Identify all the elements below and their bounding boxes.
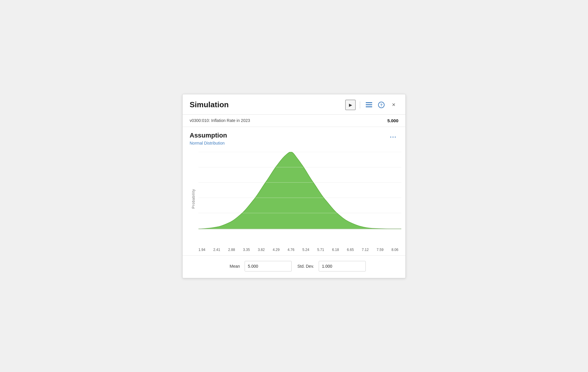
x-label-11: 7.12 xyxy=(362,248,369,252)
y-axis-label: Probability xyxy=(191,189,196,209)
help-icon: ? xyxy=(378,102,385,108)
svg-rect-2 xyxy=(366,106,372,107)
bell-curve-chart xyxy=(198,152,401,243)
close-button[interactable]: × xyxy=(389,100,398,110)
header-controls: ▶ ? × xyxy=(345,100,398,110)
menu-icon xyxy=(366,102,372,108)
more-options-button[interactable]: ... xyxy=(388,132,398,140)
panel-header: Simulation ▶ ? × xyxy=(183,94,405,115)
simulation-panel: Simulation ▶ ? × xyxy=(182,94,406,278)
variable-label: v0300:010: Inflation Rate in 2023 xyxy=(190,118,387,123)
x-axis-labels: 1.94 2.41 2.88 3.35 3.82 4.29 4.76 5.24 … xyxy=(183,246,405,253)
x-label-1: 2.41 xyxy=(213,248,220,252)
chart-svg-wrapper xyxy=(198,152,398,244)
panel-title: Simulation xyxy=(190,100,345,109)
distribution-label: Normal Distribution xyxy=(183,141,405,149)
assumption-title: Assumption xyxy=(190,132,388,139)
help-button[interactable]: ? xyxy=(377,100,386,110)
variable-value: 5.000 xyxy=(387,118,398,123)
stddev-label: Std. Dev. xyxy=(296,264,314,269)
x-label-5: 4.29 xyxy=(273,248,280,252)
vertical-divider xyxy=(360,101,360,108)
x-label-0: 1.94 xyxy=(198,248,205,252)
stddev-input[interactable] xyxy=(319,261,366,272)
x-label-12: 7.59 xyxy=(377,248,383,252)
mean-label: Mean xyxy=(222,264,240,269)
assumption-header: Assumption ... xyxy=(183,127,405,141)
x-label-13: 8.06 xyxy=(392,248,398,252)
play-button[interactable]: ▶ xyxy=(345,100,356,110)
menu-button[interactable] xyxy=(364,100,374,110)
x-label-10: 6.65 xyxy=(347,248,354,252)
x-label-9: 6.18 xyxy=(332,248,339,252)
x-label-3: 3.35 xyxy=(243,248,250,252)
variable-row: v0300:010: Inflation Rate in 2023 5.000 xyxy=(183,115,405,127)
svg-rect-0 xyxy=(366,102,372,103)
chart-area: Probability xyxy=(183,149,405,246)
x-label-7: 5.24 xyxy=(303,248,309,252)
x-label-8: 5.71 xyxy=(317,248,324,252)
close-icon: × xyxy=(392,101,395,108)
play-icon: ▶ xyxy=(349,103,352,107)
mean-input[interactable] xyxy=(245,261,292,272)
params-row: Mean Std. Dev. xyxy=(183,255,405,278)
svg-rect-1 xyxy=(366,104,372,105)
x-label-6: 4.76 xyxy=(288,248,294,252)
chart-container: Probability xyxy=(190,152,398,246)
x-label-2: 2.88 xyxy=(228,248,235,252)
svg-text:?: ? xyxy=(380,103,382,107)
x-label-4: 3.82 xyxy=(258,248,265,252)
